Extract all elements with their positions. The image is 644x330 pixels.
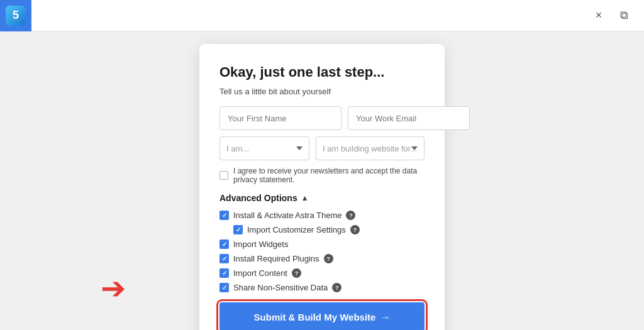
help-icon-import-content[interactable]: ? xyxy=(292,268,301,278)
checkbox-install-plugins[interactable] xyxy=(219,254,229,263)
checkbox-install-astra[interactable] xyxy=(219,211,229,220)
logo-icon: 5 xyxy=(6,6,26,26)
modal-subtitle: Tell us a little bit about yourself xyxy=(219,87,425,96)
app-logo: 5 xyxy=(0,0,31,31)
submit-button[interactable]: Submit & Build My Website → xyxy=(219,302,425,330)
option-row-share-data: Share Non-Sensitive Data? xyxy=(219,283,425,292)
submit-label: Submit & Build My Website xyxy=(254,312,376,322)
label-import-widgets: Import Widgets xyxy=(233,239,288,249)
checkbox-import-customizer[interactable] xyxy=(233,225,243,234)
help-icon-install-astra[interactable]: ? xyxy=(346,211,355,220)
red-arrow: ➔ xyxy=(101,273,126,304)
newsletter-row: I agree to receive your newsletters and … xyxy=(219,167,425,184)
checkbox-import-widgets[interactable] xyxy=(219,239,229,249)
label-import-content: Import Content xyxy=(233,268,287,278)
work-email-input[interactable] xyxy=(348,106,470,130)
newsletter-checkbox[interactable] xyxy=(219,171,228,180)
arrow-container: ➔ xyxy=(101,273,126,304)
onboarding-modal: Okay, just one last step... Tell us a li… xyxy=(199,44,445,330)
page-background: ➔ Okay, just one last step... Tell us a … xyxy=(0,31,644,330)
name-email-row xyxy=(219,106,425,130)
role-purpose-row: I am... I am building website for... xyxy=(219,136,425,160)
top-bar: 5 × ⧉ xyxy=(0,0,644,31)
checkbox-share-data[interactable] xyxy=(219,283,229,292)
advanced-options-toggle[interactable]: Advanced Options ▲ xyxy=(219,193,425,203)
label-share-data: Share Non-Sensitive Data xyxy=(233,283,328,292)
window-actions: × ⧉ xyxy=(589,6,644,26)
submit-arrow-icon: → xyxy=(380,312,390,322)
external-link-button[interactable]: ⧉ xyxy=(614,6,634,26)
newsletter-label: I agree to receive your newsletters and … xyxy=(233,167,425,184)
chevron-up-icon: ▲ xyxy=(301,194,309,202)
option-row-import-content: Import Content? xyxy=(219,268,425,278)
close-button[interactable]: × xyxy=(589,6,609,26)
label-install-astra: Install & Activate Astra Theme xyxy=(233,211,341,220)
first-name-input[interactable] xyxy=(219,106,341,130)
help-icon-import-customizer[interactable]: ? xyxy=(350,225,360,234)
option-row-import-customizer: Import Customizer Settings? xyxy=(219,225,425,234)
label-import-customizer: Import Customizer Settings xyxy=(247,225,346,234)
advanced-options-title: Advanced Options xyxy=(219,193,297,203)
option-row-import-widgets: Import Widgets xyxy=(219,239,425,249)
option-row-install-astra: Install & Activate Astra Theme? xyxy=(219,211,425,220)
checkbox-import-content[interactable] xyxy=(219,268,229,278)
label-install-plugins: Install Required Plugins xyxy=(233,254,319,263)
i-am-select[interactable]: I am... xyxy=(219,136,309,160)
modal-title: Okay, just one last step... xyxy=(219,64,425,80)
help-icon-install-plugins[interactable]: ? xyxy=(324,254,333,263)
option-row-install-plugins: Install Required Plugins? xyxy=(219,254,425,263)
options-list: Install & Activate Astra Theme?Import Cu… xyxy=(219,211,425,292)
building-for-select[interactable]: I am building website for... xyxy=(316,136,425,160)
help-icon-share-data[interactable]: ? xyxy=(332,283,341,292)
